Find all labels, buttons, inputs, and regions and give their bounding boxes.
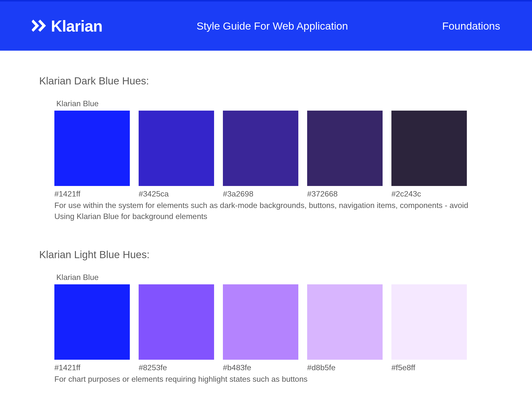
swatch-color <box>54 111 130 186</box>
swatch-hex: #b483fe <box>223 363 298 372</box>
dark-hues-description: For use within the system for elements s… <box>54 200 471 222</box>
swatch-color <box>307 111 383 186</box>
light-hues-primary-label: Klarian Blue <box>56 273 493 282</box>
brand-name-text: Klarian <box>51 17 102 35</box>
swatch-hex: #d8b5fe <box>307 363 383 372</box>
swatch-hex: #372668 <box>307 189 383 198</box>
dark-hues-primary-label: Klarian Blue <box>56 99 493 108</box>
swatch-color <box>223 111 298 186</box>
swatch-item: #f5e8ff <box>391 284 467 372</box>
swatch-color <box>307 284 383 360</box>
light-hues-section: Klarian Light Blue Hues: Klarian Blue #1… <box>39 249 493 385</box>
light-hues-swatch-row: #1421ff #8253fe #b483fe #d8b5fe #f5e8ff <box>54 284 493 372</box>
header-bar: Klarian Style Guide For Web Application … <box>0 0 532 51</box>
swatch-hex: #1421ff <box>54 189 130 198</box>
swatch-item: #3425ca <box>139 111 214 198</box>
brand-logo: Klarian <box>32 17 102 35</box>
swatch-item: #3a2698 <box>223 111 298 198</box>
swatch-hex: #2c243c <box>391 189 467 198</box>
swatch-color <box>391 284 467 360</box>
swatch-color <box>139 284 214 360</box>
light-hues-description: For chart purposes or elements requiring… <box>54 374 471 385</box>
swatch-color <box>54 284 130 360</box>
swatch-hex: #3425ca <box>139 189 214 198</box>
swatch-color <box>139 111 214 186</box>
logo-chevrons-icon <box>32 20 50 33</box>
dark-hues-heading: Klarian Dark Blue Hues: <box>39 75 493 87</box>
swatch-item: #b483fe <box>223 284 298 372</box>
content-area: Klarian Dark Blue Hues: Klarian Blue #14… <box>0 51 532 404</box>
swatch-color <box>223 284 298 360</box>
dark-hues-swatch-row: #1421ff #3425ca #3a2698 #372668 #2c243c <box>54 111 493 198</box>
swatch-hex: #3a2698 <box>223 189 298 198</box>
swatch-hex: #8253fe <box>139 363 214 372</box>
swatch-item: #1421ff <box>54 111 130 198</box>
page-title: Style Guide For Web Application <box>197 20 348 32</box>
swatch-item: #2c243c <box>391 111 467 198</box>
swatch-item: #372668 <box>307 111 383 198</box>
swatch-hex: #1421ff <box>54 363 130 372</box>
swatch-item: #1421ff <box>54 284 130 372</box>
swatch-color <box>391 111 467 186</box>
dark-hues-section: Klarian Dark Blue Hues: Klarian Blue #14… <box>39 75 493 222</box>
swatch-item: #8253fe <box>139 284 214 372</box>
brand-name: Klarian <box>51 17 102 35</box>
section-label: Foundations <box>442 20 500 32</box>
swatch-item: #d8b5fe <box>307 284 383 372</box>
light-hues-heading: Klarian Light Blue Hues: <box>39 249 493 261</box>
swatch-hex: #f5e8ff <box>391 363 467 372</box>
